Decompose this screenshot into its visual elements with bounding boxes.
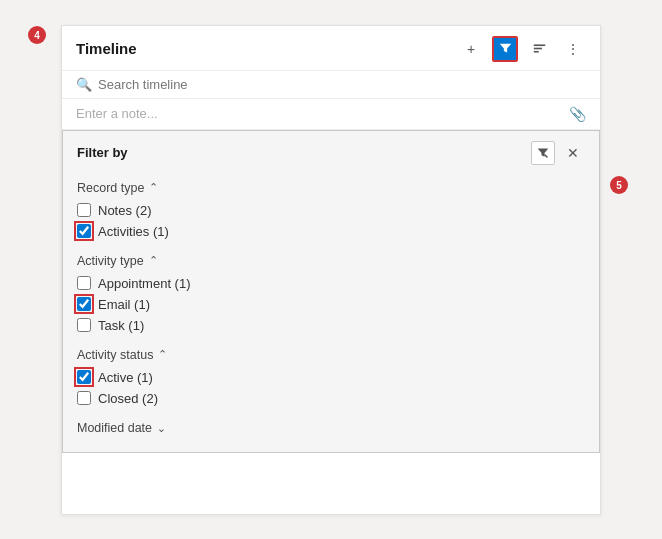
closed-label: Closed (2) (98, 391, 158, 406)
email-label: Email (1) (98, 297, 150, 312)
task-checkbox[interactable] (77, 318, 91, 332)
activity-status-label: Activity status (77, 348, 153, 362)
record-type-heading[interactable]: Record type ⌃ (77, 181, 585, 195)
add-button[interactable]: + (458, 36, 484, 62)
section-modified-date: Modified date ⌃ (63, 411, 599, 442)
modified-date-chevron: ⌃ (157, 421, 166, 434)
section-activity-status: Activity status ⌃ Active (1) Closed (2) (63, 338, 599, 411)
activities-checkbox[interactable] (77, 224, 91, 238)
appointment-checkbox[interactable] (77, 276, 91, 290)
active-label: Active (1) (98, 370, 153, 385)
header-icons: + ⋮ (458, 36, 586, 62)
closed-row: Closed (2) (77, 388, 585, 409)
close-filter-button[interactable]: ✕ (561, 141, 585, 165)
activity-type-label: Activity type (77, 254, 144, 268)
activity-status-heading[interactable]: Activity status ⌃ (77, 348, 585, 362)
task-label: Task (1) (98, 318, 144, 333)
appointment-label: Appointment (1) (98, 276, 191, 291)
section-activity-type: Activity type ⌃ Appointment (1) Email (1… (63, 244, 599, 338)
note-placeholder: Enter a note... (76, 106, 158, 121)
clear-filter-button[interactable] (531, 141, 555, 165)
svg-rect-2 (533, 51, 538, 53)
email-row: Email (1) (77, 294, 585, 315)
appointment-row: Appointment (1) (77, 273, 585, 294)
activities-row: Activities (1) (77, 221, 585, 242)
email-checkbox[interactable] (77, 297, 91, 311)
modified-date-heading[interactable]: Modified date ⌃ (77, 421, 585, 435)
activity-type-heading[interactable]: Activity type ⌃ (77, 254, 585, 268)
search-input[interactable] (98, 77, 586, 92)
filter-icon (499, 42, 512, 55)
paperclip-icon: 📎 (569, 106, 586, 122)
timeline-title: Timeline (76, 40, 137, 57)
filter-by-label: Filter by (77, 145, 128, 160)
record-type-label: Record type (77, 181, 144, 195)
notes-label: Notes (2) (98, 203, 151, 218)
clear-filter-icon (537, 147, 549, 159)
active-row: Active (1) (77, 367, 585, 388)
search-bar: 🔍 (62, 71, 600, 99)
modified-date-label: Modified date (77, 421, 152, 435)
notes-checkbox[interactable] (77, 203, 91, 217)
timeline-card: Timeline + ⋮ (61, 25, 601, 515)
svg-rect-1 (533, 48, 541, 50)
sort-icon (533, 42, 546, 55)
filter-panel-icons: ✕ (531, 141, 585, 165)
badge-5: 5 (610, 176, 628, 194)
task-row: Task (1) (77, 315, 585, 336)
filter-panel: Filter by ✕ Record type ⌃ (62, 130, 600, 453)
more-button[interactable]: ⋮ (560, 36, 586, 62)
notes-row: Notes (2) (77, 200, 585, 221)
svg-rect-0 (533, 44, 544, 46)
note-input-row[interactable]: Enter a note... 📎 (62, 99, 600, 130)
filter-panel-header: Filter by ✕ (63, 131, 599, 171)
activity-type-chevron: ⌃ (149, 254, 158, 267)
outer-container: 4 3 2 1 5 Timeline + (0, 0, 662, 539)
timeline-header: Timeline + ⋮ (62, 26, 600, 71)
activity-status-chevron: ⌃ (158, 348, 167, 361)
svg-line-3 (545, 154, 548, 157)
badge-4: 4 (28, 26, 46, 44)
section-record-type: Record type ⌃ Notes (2) Activities (1) (63, 171, 599, 244)
sort-button[interactable] (526, 36, 552, 62)
filter-button[interactable] (492, 36, 518, 62)
active-checkbox[interactable] (77, 370, 91, 384)
search-icon: 🔍 (76, 77, 92, 92)
closed-checkbox[interactable] (77, 391, 91, 405)
record-type-chevron: ⌃ (149, 181, 158, 194)
activities-label: Activities (1) (98, 224, 169, 239)
